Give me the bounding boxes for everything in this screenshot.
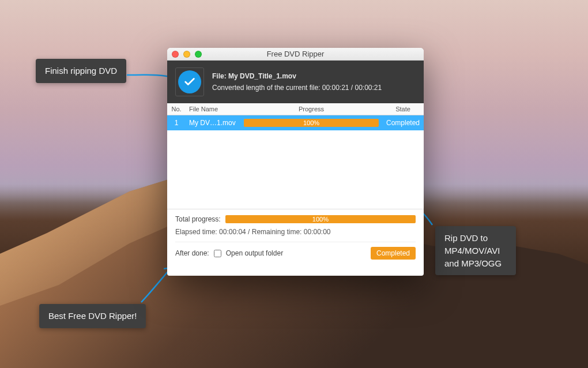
row-state: Completed bbox=[382, 119, 424, 127]
check-icon bbox=[178, 70, 201, 93]
minimize-icon[interactable] bbox=[183, 51, 190, 58]
after-done-label: After done: bbox=[175, 249, 209, 257]
after-done-line: After done: Open output folder Completed bbox=[175, 242, 416, 260]
titlebar[interactable]: Free DVD Ripper bbox=[167, 48, 424, 61]
open-output-label: Open output folder bbox=[226, 249, 283, 257]
row-filename: My DV…1.mov bbox=[186, 119, 240, 127]
callout-text: Finish ripping DVD bbox=[45, 66, 117, 76]
row-progress-cell: 100% bbox=[240, 119, 382, 127]
total-progress-percent: 100% bbox=[225, 215, 416, 223]
callout-finish-ripping: Finish ripping DVD bbox=[36, 59, 126, 83]
callout-text: Best Free DVD Ripper! bbox=[48, 311, 137, 321]
window-title: Free DVD Ripper bbox=[167, 50, 424, 58]
callout-rip-dvd: Rip DVD to MP4/MOV/AVI and MP3/OGG bbox=[435, 226, 516, 275]
table-row[interactable]: 1 My DV…1.mov 100% Completed bbox=[167, 115, 424, 130]
callout-text: Rip DVD to MP4/MOV/AVI and MP3/OGG bbox=[444, 233, 502, 268]
total-progress-label: Total progress: bbox=[175, 215, 221, 223]
completed-button[interactable]: Completed bbox=[371, 247, 416, 260]
callout-best-free: Best Free DVD Ripper! bbox=[39, 304, 146, 328]
traffic-lights bbox=[172, 51, 202, 58]
status-text: File: My DVD_Title_1.mov Converted lengt… bbox=[212, 70, 382, 94]
status-header: File: My DVD_Title_1.mov Converted lengt… bbox=[167, 61, 424, 103]
row-progress-label: 100% bbox=[244, 119, 379, 127]
list-header: No. File Name Progress State bbox=[167, 103, 424, 115]
converted-line: Converted length of the current file: 00… bbox=[212, 82, 382, 93]
row-progress-bar: 100% bbox=[244, 119, 379, 127]
file-name: My DVD_Title_1.mov bbox=[228, 72, 296, 80]
status-icon-box bbox=[175, 67, 204, 96]
row-no: 1 bbox=[167, 119, 186, 127]
col-progress[interactable]: Progress bbox=[240, 106, 382, 112]
maximize-icon[interactable] bbox=[195, 51, 202, 58]
col-filename[interactable]: File Name bbox=[186, 106, 240, 112]
total-progress-line: Total progress: 100% bbox=[175, 215, 416, 223]
file-label: File: bbox=[212, 72, 227, 80]
total-progress-bar: 100% bbox=[225, 215, 416, 223]
app-window: Free DVD Ripper File: My DVD_Title_1.mov… bbox=[167, 48, 424, 276]
close-icon[interactable] bbox=[172, 51, 179, 58]
time-line: Elapsed time: 00:00:04 / Remaining time:… bbox=[175, 228, 416, 236]
open-output-checkbox[interactable] bbox=[214, 250, 221, 257]
list-body: 1 My DV…1.mov 100% Completed bbox=[167, 115, 424, 209]
col-state[interactable]: State bbox=[382, 106, 424, 112]
footer: Total progress: 100% Elapsed time: 00:00… bbox=[167, 209, 424, 266]
col-no[interactable]: No. bbox=[167, 106, 186, 112]
